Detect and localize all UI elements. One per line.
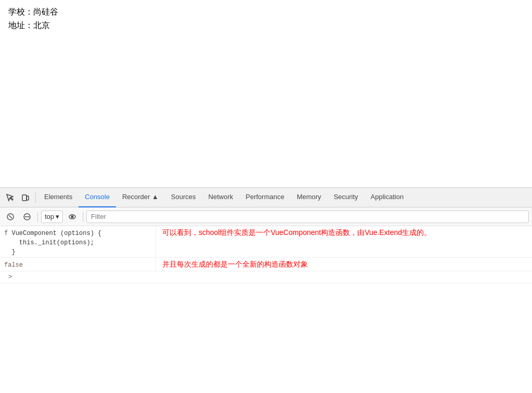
svg-rect-0 (22, 195, 27, 201)
context-label: top (45, 213, 54, 220)
address-line: 地址：北京 (8, 19, 524, 32)
console-code-indent: this._init(options); (4, 239, 94, 246)
console-entry-function: f VueComponent (options) { this._init(op… (0, 226, 532, 258)
custom-formatters-icon[interactable] (65, 209, 80, 224)
page-content: 学校：尚硅谷 地址：北京 (8, 5, 524, 32)
device-toggle-icon[interactable] (18, 190, 33, 205)
devtools-tab-bar: Elements Console Recorder ▲ Sources Netw… (0, 188, 532, 207)
tab-console[interactable]: Console (79, 188, 116, 207)
tab-divider-1 (35, 192, 36, 203)
svg-point-7 (71, 216, 73, 218)
console-code-close: } (4, 248, 16, 256)
console-toolbar: top ▾ (0, 207, 532, 226)
browser-viewport: 学校：尚硅谷 地址：北京 (0, 0, 532, 187)
school-line: 学校：尚硅谷 (8, 5, 524, 19)
svg-rect-1 (27, 196, 29, 200)
function-indicator: f (4, 229, 11, 237)
toolbar-divider-1 (37, 212, 38, 221)
tab-sources[interactable]: Sources (165, 188, 202, 207)
console-comment-2: 并且每次生成的都是一个全新的构造函数对象 (156, 258, 532, 271)
tab-recorder[interactable]: Recorder ▲ (116, 188, 165, 207)
console-comment-1: 可以看到，school组件实质是一个VueComponent构造函数，由Vue.… (156, 226, 532, 257)
toolbar-divider-2 (83, 212, 83, 221)
console-entry-prompt: > (0, 271, 532, 283)
tab-performance[interactable]: Performance (239, 188, 290, 207)
devtools-panel: Elements Console Recorder ▲ Sources Netw… (0, 187, 532, 393)
svg-line-3 (9, 215, 12, 218)
console-code-text: VueComponent (options) { (11, 230, 101, 237)
tab-security[interactable]: Security (328, 188, 365, 207)
tab-application[interactable]: Application (365, 188, 410, 207)
console-false-block: false (0, 258, 156, 271)
tab-elements[interactable]: Elements (38, 188, 79, 207)
inspect-element-icon[interactable] (2, 190, 18, 205)
filter-input[interactable] (86, 211, 529, 223)
tab-network[interactable]: Network (202, 188, 240, 207)
console-content: f VueComponent (options) { this._init(op… (0, 226, 532, 393)
tab-memory[interactable]: Memory (291, 188, 328, 207)
chevron-down-icon: ▾ (56, 213, 59, 220)
context-selector[interactable]: top ▾ (41, 211, 63, 223)
console-entry-false: false 并且每次生成的都是一个全新的构造函数对象 (0, 258, 532, 271)
block-icon[interactable] (20, 209, 34, 224)
clear-console-icon[interactable] (3, 209, 18, 224)
console-code-block: f VueComponent (options) { this._init(op… (0, 226, 156, 257)
